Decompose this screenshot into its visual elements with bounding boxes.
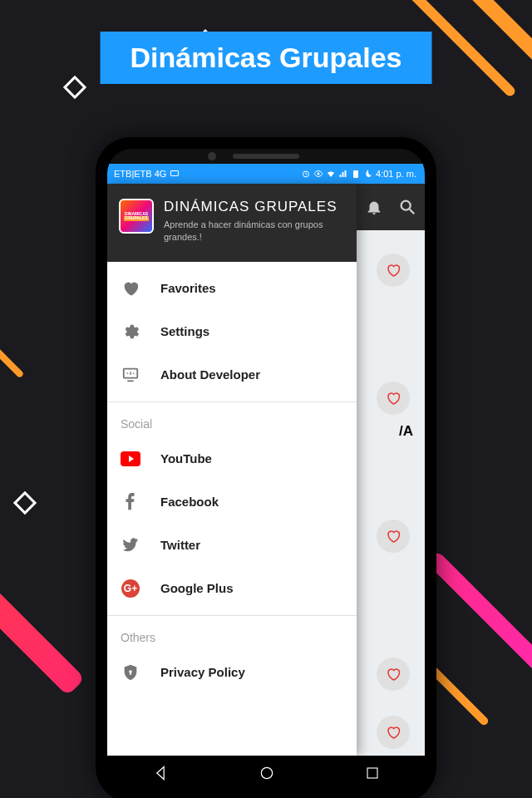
android-nav-bar <box>107 756 425 791</box>
nav-item-facebook[interactable]: Facebook <box>107 480 357 524</box>
nav-item-settings[interactable]: Settings <box>107 310 357 353</box>
gear-icon <box>121 322 140 342</box>
app-screen: /A DINAMICAS GRUPALES DINÁMICAS GRUPALES… <box>107 184 425 756</box>
youtube-icon <box>121 449 140 469</box>
divider <box>107 401 357 402</box>
svg-rect-12 <box>367 768 377 778</box>
svg-rect-0 <box>171 171 179 176</box>
nav-label: About Developer <box>160 367 260 382</box>
nav-label: Facebook <box>160 495 219 509</box>
signal-icon <box>338 169 348 179</box>
divider <box>107 615 357 616</box>
card-title-fragment: /A <box>399 423 413 440</box>
leaf-icon <box>363 169 373 179</box>
heart-icon <box>121 278 140 298</box>
nav-item-about[interactable]: About Developer <box>107 353 357 397</box>
battery-icon <box>351 169 361 179</box>
favorite-chip[interactable] <box>377 716 410 749</box>
search-icon[interactable] <box>398 198 416 216</box>
section-header-social: Social <box>107 407 357 437</box>
drawer-header: DINAMICAS GRUPALES DINÁMICAS GRUPALES Ap… <box>107 184 357 262</box>
nav-label: Settings <box>160 324 209 338</box>
favorite-chip[interactable] <box>377 520 410 553</box>
promo-title-banner: Dinámicas Grupales <box>101 32 432 84</box>
svg-rect-3 <box>353 170 358 178</box>
svg-point-4 <box>401 201 411 210</box>
navigation-drawer: DINAMICAS GRUPALES DINÁMICAS GRUPALES Ap… <box>107 184 357 756</box>
drawer-app-subtitle: Aprende a hacer dinámicas con grupos gra… <box>164 219 345 244</box>
recents-icon[interactable] <box>365 766 380 781</box>
carrier-label: ETB|ETB 4G <box>114 169 166 179</box>
clock-label: 4:01 p. m. <box>376 169 416 179</box>
wifi-icon <box>326 169 336 179</box>
nav-label: Favorites <box>160 281 216 295</box>
bell-icon[interactable] <box>365 198 383 216</box>
home-icon[interactable] <box>259 765 275 781</box>
drawer-list: Favorites Settings About Developer Socia… <box>107 262 357 756</box>
nav-item-privacy[interactable]: Privacy Policy <box>107 651 357 694</box>
back-icon[interactable] <box>152 765 169 781</box>
eye-icon <box>313 169 323 179</box>
cast-icon <box>170 169 180 179</box>
promo-title: Dinámicas Grupales <box>131 42 402 73</box>
monitor-code-icon <box>121 365 140 385</box>
nav-item-twitter[interactable]: Twitter <box>107 524 357 567</box>
shield-lock-icon <box>121 663 140 682</box>
favorite-chip[interactable] <box>377 382 410 415</box>
googleplus-icon: G+ <box>121 579 140 598</box>
favorite-chip[interactable] <box>377 658 410 691</box>
nav-item-favorites[interactable]: Favorites <box>107 267 357 310</box>
twitter-icon <box>121 535 140 555</box>
svg-point-11 <box>261 767 272 778</box>
svg-point-2 <box>318 173 320 175</box>
phone-mockup: ETB|ETB 4G 4:01 p. m. / <box>96 137 436 798</box>
alarm-icon <box>301 169 311 179</box>
svg-rect-10 <box>130 672 131 675</box>
android-status-bar: ETB|ETB 4G 4:01 p. m. <box>107 164 425 184</box>
nav-item-youtube[interactable]: YouTube <box>107 437 357 480</box>
nav-label: YouTube <box>160 451 212 466</box>
drawer-app-title: DINÁMICAS GRUPALES <box>164 199 345 215</box>
nav-label: Twitter <box>160 538 200 552</box>
section-header-others: Others <box>107 621 357 651</box>
app-icon: DINAMICAS GRUPALES <box>119 199 154 234</box>
facebook-icon <box>121 492 140 512</box>
nav-label: Google Plus <box>160 581 234 595</box>
favorite-chip[interactable] <box>377 254 410 287</box>
svg-line-5 <box>410 209 415 214</box>
nav-label: Privacy Policy <box>160 665 245 679</box>
nav-item-googleplus[interactable]: G+ Google Plus <box>107 567 357 610</box>
